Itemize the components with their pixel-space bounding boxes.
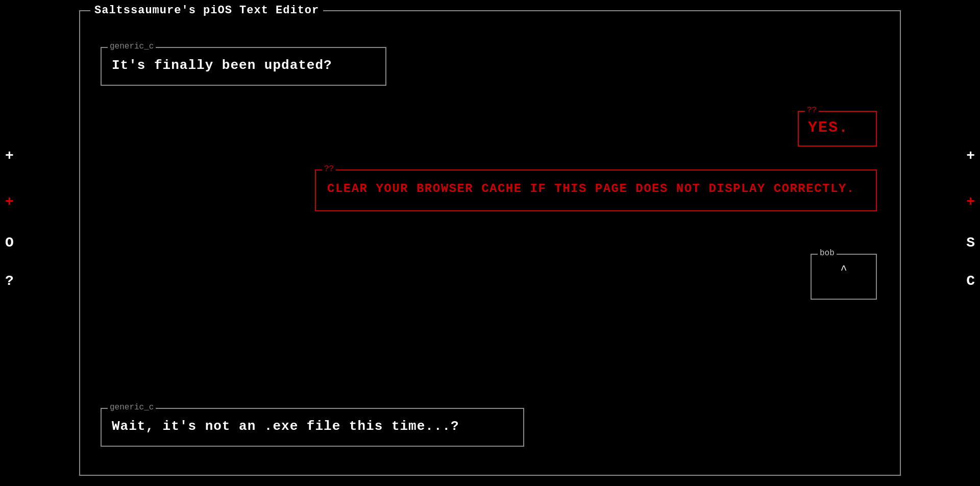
app-title: Saltssaumure's piOS Text Editor <box>90 4 323 17</box>
dialog-cache-warning: ?? CLEAR YOUR BROWSER CACHE IF THIS PAGE… <box>315 169 877 211</box>
dialog-cache-title: ?? <box>322 164 336 174</box>
right-red-plus-button[interactable]: + <box>966 194 975 210</box>
left-red-plus-button[interactable]: + <box>5 194 14 210</box>
dialog-generic-c-2-title: generic_c <box>108 403 156 412</box>
dialog-yes-title: ?? <box>805 106 819 115</box>
left-o-button[interactable]: O <box>5 235 14 251</box>
right-c-button[interactable]: C <box>966 273 975 289</box>
dialog-generic-c-1-title: generic_c <box>108 42 156 51</box>
left-question-button[interactable]: ? <box>5 273 14 289</box>
dialog-bob-title: bob <box>818 249 837 258</box>
dialog-generic-c-2: generic_c Wait, it's not an .exe file th… <box>101 408 524 447</box>
right-s-button[interactable]: S <box>966 235 975 251</box>
left-plus-button[interactable]: + <box>5 148 14 164</box>
right-plus-button[interactable]: + <box>966 148 975 164</box>
dialog-cache-text: CLEAR YOUR BROWSER CACHE IF THIS PAGE DO… <box>327 180 865 198</box>
dialog-bob-text: ^ <box>817 264 871 277</box>
main-window: Saltssaumure's piOS Text Editor generic_… <box>79 10 901 476</box>
dialog-generic-c-1: generic_c It's finally been updated? <box>101 47 386 86</box>
dialog-yes[interactable]: ?? YES. <box>798 111 877 147</box>
dialog-generic-c-2-text: Wait, it's not an .exe file this time...… <box>112 417 513 435</box>
dialog-yes-text: YES. <box>808 119 867 136</box>
dialog-bob: bob ^ <box>811 254 877 300</box>
dialog-generic-c-1-text: It's finally been updated? <box>112 56 375 75</box>
